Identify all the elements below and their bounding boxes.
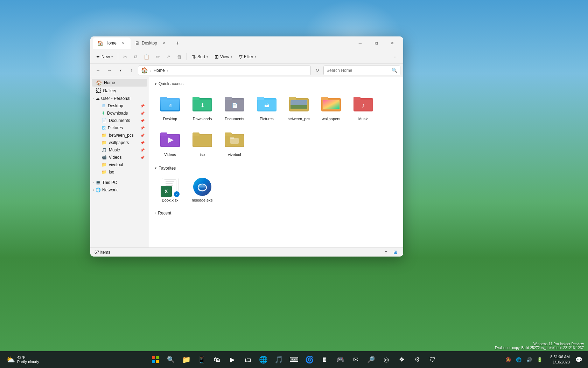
sidebar-item-iso[interactable]: 📁 iso: [92, 169, 147, 176]
refresh-button[interactable]: ↻: [312, 66, 322, 75]
phone-link-button[interactable]: 📱: [195, 353, 209, 367]
sidebar-item-videos[interactable]: 📹 Videos 📌: [92, 154, 147, 161]
new-button[interactable]: ✦ New ▾: [93, 52, 116, 62]
sidebar-item-home[interactable]: 🏠 Home: [92, 79, 147, 87]
settings-button[interactable]: ⚙: [410, 353, 424, 367]
file-explorer-taskbar-button[interactable]: 📁: [179, 353, 193, 367]
minimize-button[interactable]: ─: [352, 36, 368, 50]
rename-button[interactable]: ✏: [153, 52, 163, 62]
sidebar: 🏠 Home 🖼 Gallery › ☁ User - Personal 🖥 D…: [90, 77, 149, 247]
file-msedge[interactable]: msedge.exe: [187, 174, 218, 205]
notification-area: 🔕 🌐 🔊 🔋: [502, 355, 546, 364]
search2-button[interactable]: 🔎: [364, 353, 378, 367]
toolbar-divider-2: [187, 53, 187, 60]
favorites-header[interactable]: ▾ Favorites: [155, 166, 398, 171]
vscode-button[interactable]: ⌨: [287, 353, 301, 367]
sidebar-expand-user[interactable]: › ☁ User - Personal: [92, 95, 147, 102]
tab-home[interactable]: 🏠 Home ✕: [93, 38, 131, 49]
share-button[interactable]: ↗: [163, 52, 173, 62]
maximize-button[interactable]: ⧉: [368, 36, 384, 50]
forward-button[interactable]: →: [104, 66, 114, 75]
folder-downloads[interactable]: ⬇ Downloads: [187, 90, 218, 124]
folder-between-pcs[interactable]: between_pcs: [284, 90, 314, 124]
sidebar-item-documents[interactable]: 📄 Documents 📌: [92, 117, 147, 124]
folder-pictures[interactable]: 🏔 Pictures: [251, 90, 282, 124]
view-button[interactable]: ⊞ View ▾: [212, 52, 235, 62]
search-icon[interactable]: 🔍: [392, 68, 397, 73]
sidebar-desktop-label: Desktop: [108, 103, 123, 108]
desktop-tab-icon: 🖥: [135, 40, 140, 46]
battery-icon-button[interactable]: 🔋: [535, 355, 545, 364]
sidebar-item-vivetool[interactable]: 📁 vivetool: [92, 161, 147, 168]
tab-desktop-close[interactable]: ✕: [161, 40, 167, 46]
folder-wallpapers[interactable]: wallpapers: [316, 90, 346, 124]
sidebar-item-between[interactable]: 📁 between_pcs 📌: [92, 132, 147, 139]
more-button[interactable]: ···: [391, 52, 400, 62]
file-book-xlsx[interactable]: X ✓ Book.xlsx: [155, 174, 186, 205]
delete-button[interactable]: 🗑: [174, 52, 184, 62]
search-input[interactable]: [327, 68, 390, 73]
widgets-button[interactable]: ❖: [395, 353, 409, 367]
sidebar-item-music[interactable]: 🎵 Music 📌: [92, 146, 147, 154]
address-bar[interactable]: 🏠 › Home ›: [138, 66, 311, 75]
paste-button[interactable]: 📋: [141, 52, 152, 62]
edge-taskbar-button[interactable]: 🌐: [256, 353, 270, 367]
new-tab-button[interactable]: +: [173, 38, 182, 48]
folder-documents[interactable]: 📄 Documents: [219, 90, 250, 124]
explorer-window: 🏠 Home ✕ 🖥 Desktop ✕ + ─ ⧉ ✕ ✦ New ▾ ✂ ⧉: [90, 36, 403, 257]
network-icon-button[interactable]: 🌐: [514, 355, 524, 364]
list-view-button[interactable]: ≡: [382, 248, 390, 256]
sidebar-expand-network[interactable]: › 🌐 Network: [92, 186, 147, 193]
search-button[interactable]: 🔍: [164, 353, 178, 367]
cut-button[interactable]: ✂: [120, 52, 130, 62]
sort-button[interactable]: ⇅ Sort ▾: [189, 52, 211, 62]
svg-rect-43: [152, 356, 155, 359]
svg-rect-25: [323, 100, 340, 109]
status-bar-right: ≡ ⊞: [382, 248, 399, 256]
folder-desktop[interactable]: 🖥 Desktop: [155, 90, 186, 124]
xbox-button[interactable]: 🎮: [333, 353, 347, 367]
tab-desktop[interactable]: 🖥 Desktop ✕: [131, 38, 171, 49]
copy-button[interactable]: ⧉: [131, 52, 140, 62]
breadcrumb-home[interactable]: Home: [154, 68, 165, 73]
cortana-button[interactable]: ◎: [379, 353, 393, 367]
music-button[interactable]: 🎵: [272, 353, 286, 367]
mute-icon-button[interactable]: 🔕: [503, 355, 513, 364]
toolbar-divider-1: [118, 53, 118, 60]
browser-button[interactable]: 🌀: [302, 353, 316, 367]
calculator-button[interactable]: 🖩: [318, 353, 332, 367]
store-button[interactable]: 🛍: [210, 353, 224, 367]
terminal-button[interactable]: ▶: [225, 353, 239, 367]
volume-icon-button[interactable]: 🔊: [524, 355, 534, 364]
folder-button[interactable]: 🗂: [241, 353, 255, 367]
notifications-button[interactable]: 💬: [574, 355, 584, 364]
folder-vivetool[interactable]: vivetool: [219, 125, 250, 160]
security-button[interactable]: 🛡: [426, 353, 440, 367]
recent-locations-button[interactable]: ▾: [115, 66, 125, 75]
close-button[interactable]: ✕: [384, 36, 400, 50]
search-box[interactable]: 🔍: [323, 66, 400, 75]
quick-access-header[interactable]: ▾ Quick access: [155, 81, 398, 86]
weather-widget[interactable]: ⛅ 43°F Partly cloudy: [4, 354, 42, 365]
tab-home-close[interactable]: ✕: [120, 40, 126, 46]
folder-videos[interactable]: Videos: [155, 125, 186, 160]
start-button[interactable]: [148, 353, 162, 367]
new-icon: ✦: [96, 54, 100, 60]
toolbar: ✦ New ▾ ✂ ⧉ 📋 ✏ ↗ 🗑 ⇅ Sort ▾ ⊞: [90, 50, 403, 64]
sidebar-item-gallery[interactable]: 🖼 Gallery: [92, 87, 147, 95]
up-button[interactable]: ↑: [127, 66, 136, 75]
clock-widget[interactable]: 8:51:06 AM 1/10/2023: [547, 353, 573, 367]
filter-button[interactable]: ▽ Filter ▾: [236, 52, 259, 62]
mail-button[interactable]: ✉: [349, 353, 363, 367]
sidebar-item-pictures[interactable]: 🖼 Pictures 📌: [92, 124, 147, 131]
folder-music[interactable]: ♪ Music: [348, 90, 379, 124]
sidebar-expand-thispc[interactable]: › 💻 This PC: [92, 179, 147, 186]
folder-iso[interactable]: iso: [187, 125, 218, 160]
sidebar-item-wallpapers[interactable]: 📁 wallpapers 📌: [92, 139, 147, 146]
back-button[interactable]: ←: [93, 66, 103, 75]
documents-folder-icon: 📄: [223, 93, 246, 115]
recent-header[interactable]: › Recent: [155, 211, 398, 216]
grid-view-button[interactable]: ⊞: [391, 248, 399, 256]
sidebar-item-desktop[interactable]: 🖥 Desktop 📌: [92, 102, 147, 109]
sidebar-item-downloads[interactable]: ⬇ Downloads 📌: [92, 110, 147, 117]
